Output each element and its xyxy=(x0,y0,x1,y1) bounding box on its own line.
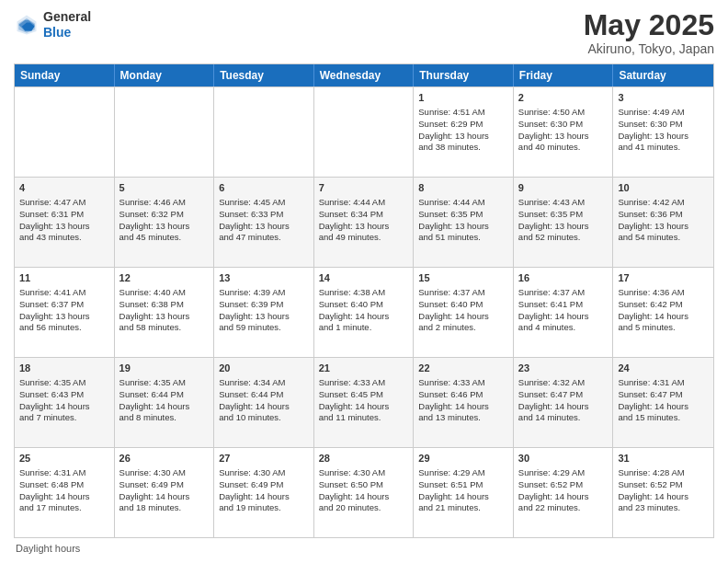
day-info: Daylight: 14 hours xyxy=(219,401,309,413)
day-info: and 58 minutes. xyxy=(119,322,210,334)
day-info: Sunset: 6:50 PM xyxy=(319,479,409,491)
calendar-cell: 17Sunrise: 4:36 AMSunset: 6:42 PMDayligh… xyxy=(613,268,713,357)
day-info: Sunrise: 4:47 AM xyxy=(19,197,109,209)
day-info: Sunrise: 4:37 AM xyxy=(418,287,508,299)
day-info: Daylight: 13 hours xyxy=(119,221,210,233)
calendar-cell: 13Sunrise: 4:39 AMSunset: 6:39 PMDayligh… xyxy=(214,268,314,357)
day-number: 25 xyxy=(19,452,109,465)
day-info: and 41 minutes. xyxy=(618,142,709,154)
day-info: Sunset: 6:35 PM xyxy=(418,209,508,221)
day-number: 9 xyxy=(518,181,609,195)
header: General Blue May 2025 Akiruno, Tokyo, Ja… xyxy=(14,9,714,56)
day-info: and 52 minutes. xyxy=(518,232,609,244)
day-info: Daylight: 13 hours xyxy=(418,221,508,233)
day-info: Sunrise: 4:49 AM xyxy=(618,107,709,119)
day-info: Sunset: 6:49 PM xyxy=(119,479,210,491)
calendar-cell: 27Sunrise: 4:30 AMSunset: 6:49 PMDayligh… xyxy=(214,448,314,537)
day-number: 28 xyxy=(319,452,409,465)
day-info: and 1 minute. xyxy=(319,322,409,334)
day-info: Sunrise: 4:35 AM xyxy=(19,377,109,389)
day-info: Sunset: 6:35 PM xyxy=(518,209,609,221)
day-info: and 4 minutes. xyxy=(518,322,609,334)
day-number: 13 xyxy=(219,271,309,285)
day-info: Sunrise: 4:34 AM xyxy=(219,377,309,389)
day-info: and 59 minutes. xyxy=(219,322,309,334)
day-info: Sunset: 6:47 PM xyxy=(618,389,709,401)
calendar-cell: 7Sunrise: 4:44 AMSunset: 6:34 PMDaylight… xyxy=(314,178,415,267)
day-number: 17 xyxy=(618,271,709,285)
footer-note: Daylight hours xyxy=(14,543,714,554)
day-number: 18 xyxy=(19,362,109,375)
day-info: and 43 minutes. xyxy=(19,232,109,244)
day-number: 3 xyxy=(618,91,709,105)
calendar-cell: 26Sunrise: 4:30 AMSunset: 6:49 PMDayligh… xyxy=(115,448,215,537)
day-info: and 38 minutes. xyxy=(418,142,508,154)
day-info: and 8 minutes. xyxy=(119,412,210,424)
day-info: Sunrise: 4:30 AM xyxy=(219,467,309,479)
day-info: Sunrise: 4:46 AM xyxy=(119,197,210,209)
day-info: Daylight: 14 hours xyxy=(518,401,609,413)
calendar-cell xyxy=(314,87,415,177)
day-info: Daylight: 14 hours xyxy=(518,311,609,323)
day-info: and 14 minutes. xyxy=(518,412,609,424)
day-info: Daylight: 14 hours xyxy=(418,311,508,323)
day-info: Sunrise: 4:38 AM xyxy=(319,287,409,299)
calendar-cell: 20Sunrise: 4:34 AMSunset: 6:44 PMDayligh… xyxy=(214,358,314,447)
calendar-cell: 30Sunrise: 4:29 AMSunset: 6:52 PMDayligh… xyxy=(514,448,614,537)
logo: General Blue xyxy=(14,9,91,40)
calendar-cell: 10Sunrise: 4:42 AMSunset: 6:36 PMDayligh… xyxy=(613,178,713,267)
logo-icon xyxy=(14,12,40,38)
day-info: Daylight: 13 hours xyxy=(19,311,109,323)
day-info: Sunset: 6:40 PM xyxy=(319,299,409,311)
calendar-cell: 21Sunrise: 4:33 AMSunset: 6:45 PMDayligh… xyxy=(314,358,415,447)
day-info: Daylight: 14 hours xyxy=(618,311,709,323)
day-info: Sunrise: 4:41 AM xyxy=(19,287,109,299)
day-info: Sunset: 6:30 PM xyxy=(518,119,609,131)
day-info: and 45 minutes. xyxy=(119,232,210,244)
calendar-row: 1Sunrise: 4:51 AMSunset: 6:29 PMDaylight… xyxy=(15,86,713,177)
day-number: 4 xyxy=(19,181,109,195)
day-info: Daylight: 14 hours xyxy=(119,401,210,413)
day-info: and 21 minutes. xyxy=(418,502,508,514)
weekday-header: Friday xyxy=(514,64,614,86)
day-info: and 47 minutes. xyxy=(219,232,309,244)
day-info: Sunset: 6:31 PM xyxy=(19,209,109,221)
calendar-cell: 2Sunrise: 4:50 AMSunset: 6:30 PMDaylight… xyxy=(514,87,614,177)
day-info: Sunrise: 4:33 AM xyxy=(418,377,508,389)
day-info: Sunrise: 4:30 AM xyxy=(119,467,210,479)
calendar-cell: 28Sunrise: 4:30 AMSunset: 6:50 PMDayligh… xyxy=(314,448,415,537)
daylight-label: Daylight hours xyxy=(16,543,80,554)
day-info: Daylight: 14 hours xyxy=(418,401,508,413)
weekday-header: Thursday xyxy=(414,64,514,86)
day-info: Sunrise: 4:51 AM xyxy=(418,107,508,119)
calendar-cell: 9Sunrise: 4:43 AMSunset: 6:35 PMDaylight… xyxy=(514,178,614,267)
day-info: Sunset: 6:46 PM xyxy=(418,389,508,401)
day-number: 14 xyxy=(319,271,409,285)
day-info: Sunrise: 4:44 AM xyxy=(418,197,508,209)
calendar-row: 25Sunrise: 4:31 AMSunset: 6:48 PMDayligh… xyxy=(15,447,713,537)
day-number: 21 xyxy=(319,362,409,375)
day-info: Daylight: 14 hours xyxy=(618,491,709,503)
weekday-header: Sunday xyxy=(15,64,115,86)
day-info: and 49 minutes. xyxy=(319,232,409,244)
day-info: and 7 minutes. xyxy=(19,412,109,424)
day-info: Daylight: 14 hours xyxy=(119,491,210,503)
day-info: Sunrise: 4:29 AM xyxy=(518,467,609,479)
calendar-cell: 12Sunrise: 4:40 AMSunset: 6:38 PMDayligh… xyxy=(115,268,215,357)
day-info: and 54 minutes. xyxy=(618,232,709,244)
day-info: Sunset: 6:34 PM xyxy=(319,209,409,221)
day-info: Sunrise: 4:50 AM xyxy=(518,107,609,119)
calendar-cell: 24Sunrise: 4:31 AMSunset: 6:47 PMDayligh… xyxy=(613,358,713,447)
day-info: and 51 minutes. xyxy=(418,232,508,244)
day-info: and 18 minutes. xyxy=(119,502,210,514)
calendar-cell: 8Sunrise: 4:44 AMSunset: 6:35 PMDaylight… xyxy=(414,178,514,267)
calendar-cell: 19Sunrise: 4:35 AMSunset: 6:44 PMDayligh… xyxy=(115,358,215,447)
day-info: Daylight: 13 hours xyxy=(418,131,508,143)
calendar-cell: 29Sunrise: 4:29 AMSunset: 6:51 PMDayligh… xyxy=(414,448,514,537)
day-number: 10 xyxy=(618,181,709,195)
day-info: Sunrise: 4:44 AM xyxy=(319,197,409,209)
day-info: Daylight: 13 hours xyxy=(518,131,609,143)
calendar-cell: 14Sunrise: 4:38 AMSunset: 6:40 PMDayligh… xyxy=(314,268,415,357)
day-info: Sunrise: 4:40 AM xyxy=(119,287,210,299)
day-info: Daylight: 13 hours xyxy=(219,311,309,323)
